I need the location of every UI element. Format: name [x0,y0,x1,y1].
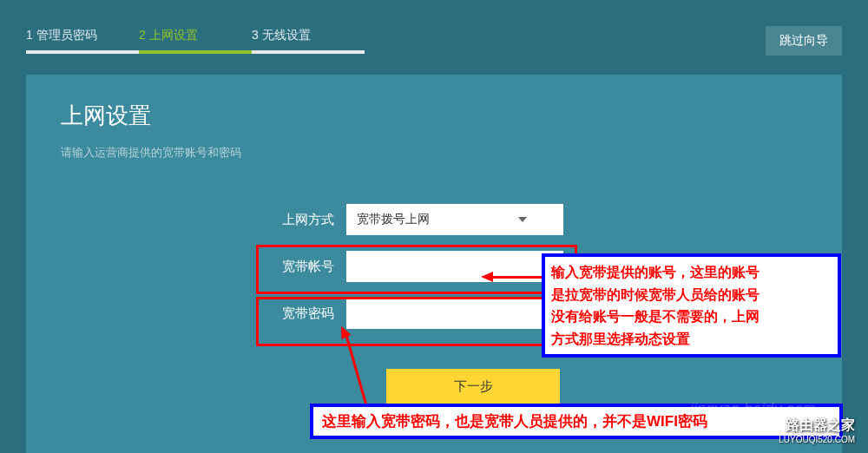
watermark-brand-text: 路由器之家 [779,417,855,435]
step-text: 管理员密码 [36,28,97,42]
annotation-text: 没有给账号一般是不需要的，上网 [551,305,832,328]
watermark-url-text: LUYOUQI520.COM [779,435,855,444]
connection-type-row: 上网方式 宽带拨号上网 [265,204,807,235]
password-input[interactable] [346,298,563,329]
account-label: 宽带帐号 [265,259,334,275]
annotation-box-account: 输入宽带提供的账号，这里的账号 是拉宽带的时候宽带人员给的账号 没有给账号一般是… [542,253,841,358]
step-bar [252,50,365,54]
annotation-text: 方式那里选择动态设置 [551,328,832,351]
password-label: 宽带密码 [265,305,334,322]
step-num: 2 [139,28,146,42]
step-2-internet-settings[interactable]: 2 上网设置 [139,28,252,54]
step-num: 1 [26,28,33,42]
step-text: 无线设置 [262,28,311,42]
page-subtitle: 请输入运营商提供的宽带账号和密码 [61,145,807,161]
next-button[interactable]: 下一步 [386,369,560,404]
step-bar [139,50,252,54]
connection-type-value: 宽带拨号上网 [357,212,430,227]
annotation-text: 这里输入宽带密码，也是宽带人员提供的，并不是WIFI密码 [322,413,707,430]
step-text: 上网设置 [149,28,198,42]
annotation-text: 输入宽带提供的账号，这里的账号 [551,261,832,284]
step-1-admin-password[interactable]: 1 管理员密码 [26,28,139,54]
skip-wizard-button[interactable]: 跳过向导 [766,26,842,56]
step-3-wireless-settings[interactable]: 3 无线设置 [252,28,365,54]
page-title: 上网设置 [61,101,807,131]
wizard-steps: 1 管理员密码 2 上网设置 3 无线设置 [26,28,365,54]
annotation-text: 是拉宽带的时候宽带人员给的账号 [551,284,832,306]
account-input[interactable] [346,251,563,282]
connection-type-label: 上网方式 [265,212,334,228]
step-bar [26,50,139,54]
dropdown-caret-icon [518,217,527,222]
step-num: 3 [252,28,259,42]
connection-type-select[interactable]: 宽带拨号上网 [346,204,563,235]
watermark-faded: jingyan.baidu.com [690,400,816,418]
watermark-brand: 路由器之家 LUYOUQI520.COM [779,417,855,444]
